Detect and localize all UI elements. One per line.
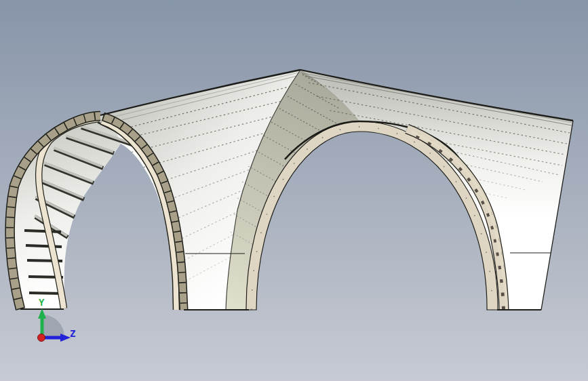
- y-axis-label: Y: [39, 297, 45, 308]
- cad-viewport[interactable]: Y Z: [0, 0, 588, 381]
- origin-marker: [38, 334, 45, 342]
- z-axis-label: Z: [70, 328, 75, 339]
